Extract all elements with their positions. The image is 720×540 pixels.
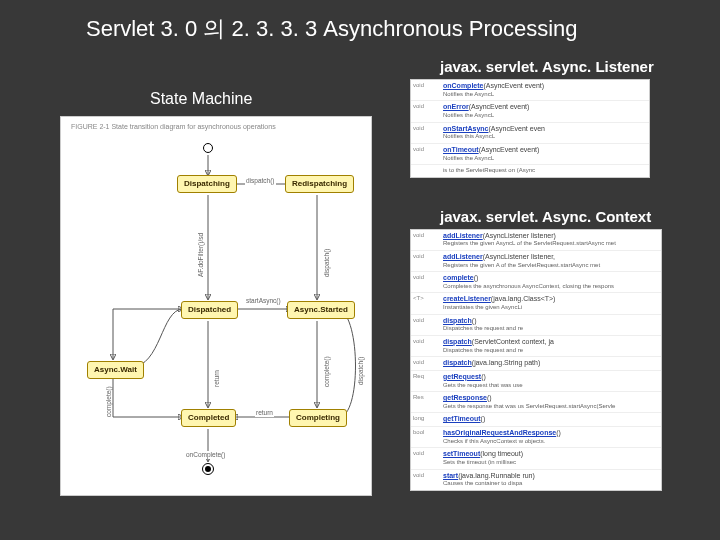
api-row: longgetTimeout() — [411, 412, 661, 426]
method-desc: Sets the timeout (in millisec — [443, 459, 659, 467]
edge-dispatch-top: dispatch() — [245, 177, 276, 185]
method-sig: setTimeout(long timeout)Sets the timeout… — [441, 449, 661, 467]
api-row: voidonStartAsync(AsyncEvent evenNotifies… — [411, 122, 649, 143]
method-sig: hasOriginalRequestAndResponse()Checks if… — [441, 428, 661, 446]
method-name: onStartAsync — [443, 125, 489, 132]
method-name: start — [443, 472, 458, 479]
method-desc: Registers the given A of the ServletRequ… — [443, 262, 659, 270]
page-title: Servlet 3. 0 의 2. 3. 3. 3 Asynchronous P… — [0, 0, 720, 44]
method-sig: dispatch()Dispatches the request and re — [441, 316, 661, 334]
method-desc: Completes the asynchronous AsyncContext,… — [443, 283, 659, 291]
method-desc: Registers the given AsyncL of the Servle… — [443, 240, 659, 248]
api-column: javax. servlet. Async. Listener voidonCo… — [410, 52, 690, 491]
return-type: void — [411, 145, 441, 163]
state-redispatching: Redispatching — [285, 175, 354, 193]
method-name: onError — [443, 103, 469, 110]
edge-dispatch-far-right: dispatch() — [357, 356, 365, 385]
method-name: dispatch — [443, 338, 472, 345]
figure-caption: FIGURE 2-1 State transition diagram for … — [71, 123, 276, 132]
method-sig: dispatch(ServletContext context, jaDispa… — [441, 337, 661, 355]
state-machine-column: State Machine FIGURE 2-1 State transitio… — [60, 90, 380, 496]
return-type: void — [411, 316, 441, 334]
state-completing: Completing — [289, 409, 347, 427]
return-type: Res — [411, 393, 441, 411]
method-desc: Notifies the AsyncL — [443, 155, 647, 163]
method-sig: addListener(AsyncListener listener)Regis… — [441, 231, 661, 249]
api-row: is to the ServletRequest on (Async — [411, 164, 649, 177]
method-sig: start(java.lang.Runnable run)Causes the … — [441, 471, 661, 489]
state-async-started: Async.Started — [287, 301, 355, 319]
method-sig: getRequest()Gets the request that was us… — [441, 372, 661, 390]
method-sig: getResponse()Gets the response that was … — [441, 393, 661, 411]
method-sig: onTimeout(AsyncEvent event)Notifies the … — [441, 145, 649, 163]
api-row: voiddispatch()Dispatches the request and… — [411, 314, 661, 335]
method-sig: onError(AsyncEvent event)Notifies the As… — [441, 102, 649, 120]
async-context-heading: javax. servlet. Async. Context — [410, 202, 690, 229]
return-type: void — [411, 273, 441, 291]
return-type: void — [411, 102, 441, 120]
api-row: voidonError(AsyncEvent event)Notifies th… — [411, 100, 649, 121]
method-sig: getTimeout() — [441, 414, 661, 425]
async-listener-heading: javax. servlet. Async. Listener — [410, 52, 690, 79]
return-type: void — [411, 124, 441, 142]
method-desc: Instantiates the given AsyncLi — [443, 304, 659, 312]
edge-return-left: return — [213, 370, 221, 387]
return-type: long — [411, 414, 441, 425]
state-machine-diagram: FIGURE 2-1 State transition diagram for … — [60, 116, 372, 496]
method-sig: onStartAsync(AsyncEvent evenNotifies thi… — [441, 124, 649, 142]
method-name: hasOriginalRequestAndResponse — [443, 429, 556, 436]
method-desc: Dispatches the request and re — [443, 325, 659, 333]
api-row: voidcomplete()Completes the asynchronous… — [411, 271, 661, 292]
return-type: void — [411, 358, 441, 369]
api-row: voiddispatch(ServletContext context, jaD… — [411, 335, 661, 356]
method-name: setTimeout — [443, 450, 480, 457]
method-name: createListener — [443, 295, 491, 302]
edge-dispatch-right: dispatch() — [323, 248, 331, 277]
async-context-table: voidaddListener(AsyncListener listener)R… — [410, 229, 662, 491]
edge-complete-right: complete() — [323, 356, 331, 387]
method-sig: addListener(AsyncListener listener,Regis… — [441, 252, 661, 270]
api-row: voiddispatch(java.lang.String path) — [411, 356, 661, 370]
edge-start-async: startAsync() — [245, 297, 282, 305]
api-row: voidsetTimeout(long timeout)Sets the tim… — [411, 447, 661, 468]
method-name: dispatch — [443, 359, 472, 366]
edge-complete-far-left: complete() — [105, 386, 113, 417]
api-row: ResgetResponse()Gets the response that w… — [411, 391, 661, 412]
method-name: addListener — [443, 232, 483, 239]
state-completed: Completed — [181, 409, 236, 427]
method-name: getTimeout — [443, 415, 481, 422]
method-sig: createListener(java.lang.Class<T>)Instan… — [441, 294, 661, 312]
method-desc: Notifies the AsyncL — [443, 112, 647, 120]
method-name: addListener — [443, 253, 483, 260]
return-type: void — [411, 252, 441, 270]
state-dispatched: Dispatched — [181, 301, 238, 319]
method-sig: dispatch(java.lang.String path) — [441, 358, 661, 369]
state-async-wait: Async.Wait — [87, 361, 144, 379]
method-desc: Gets the request that was use — [443, 382, 659, 390]
method-desc: Notifies this AsyncL — [443, 133, 647, 141]
api-row: voidstart(java.lang.Runnable run)Causes … — [411, 469, 661, 490]
edge-af-dispatched: AF.doFilter()/sd — [197, 233, 205, 277]
method-sig: complete()Completes the asynchronous Asy… — [441, 273, 661, 291]
state-machine-heading: State Machine — [60, 90, 380, 116]
method-desc: Notifies the AsyncL — [443, 91, 647, 99]
return-type: void — [411, 449, 441, 467]
api-row: voidaddListener(AsyncListener listener)R… — [411, 230, 661, 250]
api-row: ReqgetRequest()Gets the request that was… — [411, 370, 661, 391]
return-type: void — [411, 471, 441, 489]
end-node-icon — [202, 463, 214, 475]
method-name: onTimeout — [443, 146, 479, 153]
method-desc: Dispatches the request and re — [443, 347, 659, 355]
method-name: getRequest — [443, 373, 481, 380]
return-type: void — [411, 231, 441, 249]
async-listener-table: voidonComplete(AsyncEvent event)Notifies… — [410, 79, 650, 178]
method-desc: Causes the container to dispa — [443, 480, 659, 488]
api-row: boolhasOriginalRequestAndResponse()Check… — [411, 426, 661, 447]
return-type: void — [411, 337, 441, 355]
method-sig: onComplete(AsyncEvent event)Notifies the… — [441, 81, 649, 99]
method-desc: Checks if this AsyncContext w objects. — [443, 438, 659, 446]
api-row: voidonComplete(AsyncEvent event)Notifies… — [411, 80, 649, 100]
return-type: Req — [411, 372, 441, 390]
return-type: bool — [411, 428, 441, 446]
api-row: voidaddListener(AsyncListener listener,R… — [411, 250, 661, 271]
